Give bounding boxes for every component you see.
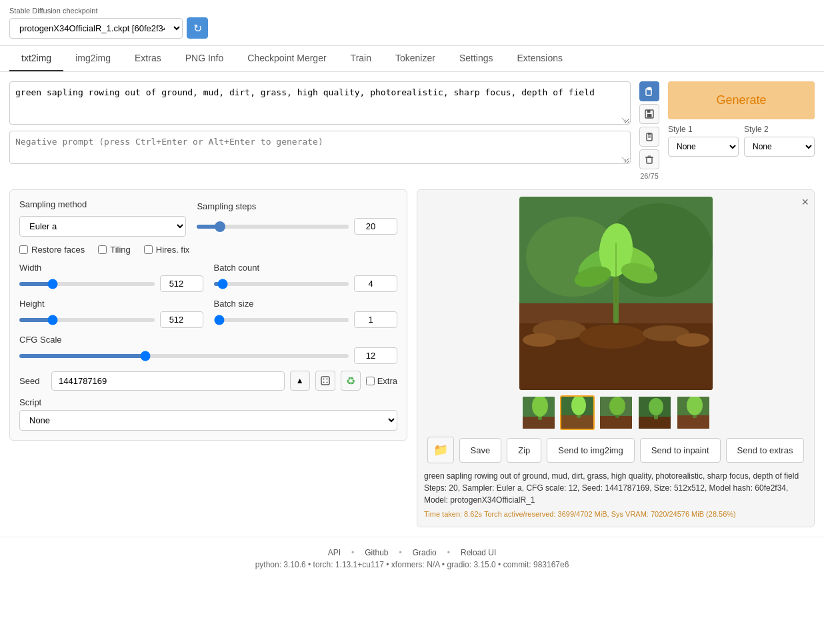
cfg-scale-group: CFG Scale <box>19 335 397 364</box>
paste-styles-button[interactable] <box>639 81 659 101</box>
tab-settings[interactable]: Settings <box>447 46 505 71</box>
script-label: Script <box>19 397 397 407</box>
cfg-scale-label: CFG Scale <box>19 335 62 345</box>
sampling-method-select[interactable]: Euler a <box>19 216 186 237</box>
svg-rect-11 <box>648 156 651 157</box>
generate-button[interactable]: Generate <box>668 81 815 119</box>
send-to-img2img-button[interactable]: Send to img2img <box>547 438 635 463</box>
batch-count-input[interactable] <box>354 275 397 292</box>
api-link[interactable]: API <box>328 548 341 557</box>
zip-button[interactable]: Zip <box>507 438 541 463</box>
tiling-label: Tiling <box>110 245 131 255</box>
reload-ui-link[interactable]: Reload UI <box>461 548 496 557</box>
batch-size-slider[interactable] <box>214 318 349 322</box>
seed-up-button[interactable]: ▲ <box>290 371 310 391</box>
token-counter: 26/75 <box>640 172 659 180</box>
batch-count-slider[interactable] <box>214 282 349 286</box>
cfg-scale-slider[interactable] <box>19 354 349 358</box>
thumbnail-2[interactable] <box>560 395 595 430</box>
seed-input[interactable]: 1441787169 <box>51 371 285 391</box>
gradio-link[interactable]: Gradio <box>413 548 437 557</box>
tiling-checkbox-label[interactable]: Tiling <box>98 245 131 255</box>
thumbnail-4[interactable] <box>637 395 672 430</box>
height-input[interactable] <box>160 311 203 328</box>
height-slider[interactable] <box>19 318 155 322</box>
action-buttons-row: 📁 Save Zip Send to img2img Send to inpai… <box>424 437 807 463</box>
refresh-checkpoint-button[interactable]: ↻ <box>187 17 208 39</box>
sampling-method-label: Sampling method <box>19 199 186 209</box>
tab-img2img[interactable]: img2img <box>63 46 123 71</box>
thumbnail-5[interactable] <box>676 395 711 430</box>
tab-train[interactable]: Train <box>339 46 383 71</box>
width-input[interactable] <box>160 275 203 292</box>
batch-count-group: Batch count <box>214 263 398 292</box>
negative-prompt-input[interactable] <box>9 131 631 164</box>
thumbnail-1[interactable] <box>521 395 556 430</box>
height-group: Height <box>19 299 203 328</box>
output-prompt-text: green sapling rowing out of ground, mud,… <box>424 470 807 482</box>
output-steps-text: Steps: 20, Sampler: Euler a, CFG scale: … <box>424 482 807 506</box>
thumbnail-3[interactable] <box>599 395 633 430</box>
folder-icon: 📁 <box>433 443 448 457</box>
two-col-layout: Sampling method Euler a Sampling steps <box>9 189 815 527</box>
hires-fix-label: Hires. fix <box>156 245 190 255</box>
footer-sep1: • <box>351 548 354 557</box>
cfg-scale-input[interactable] <box>354 347 397 364</box>
positive-prompt-input[interactable]: green sapling rowing out of ground, mud,… <box>9 81 631 125</box>
restore-faces-checkbox[interactable] <box>19 245 28 254</box>
seed-dice-button[interactable] <box>315 371 335 391</box>
plant-svg <box>519 197 713 390</box>
script-select[interactable]: None <box>19 410 397 431</box>
image-output-panel: × <box>417 189 815 527</box>
prompt-action-icons: 26/75 <box>637 81 661 180</box>
footer-sep3: • <box>447 548 450 557</box>
checkpoint-select[interactable]: protogenX34OfficialR_1.ckpt [60fe2f34] <box>9 18 183 39</box>
svg-point-23 <box>523 333 556 347</box>
paste-icon <box>645 87 654 96</box>
tiling-checkbox[interactable] <box>98 245 107 254</box>
prompt-inputs: green sapling rowing out of ground, mud,… <box>9 81 631 180</box>
height-batchsize-row: Height Batch size <box>19 299 397 328</box>
tab-checkpoint-merger[interactable]: Checkpoint Merger <box>235 46 338 71</box>
generate-section: Generate Style 1 None Style 2 None <box>668 81 815 180</box>
send-to-extras-button[interactable]: Send to extras <box>726 438 805 463</box>
checkboxes-row: Restore faces Tiling Hires. fix <box>19 245 397 255</box>
sampling-steps-slider[interactable] <box>197 225 349 229</box>
main-content: green sapling rowing out of ground, mud,… <box>0 72 824 537</box>
seed-recycle-button[interactable]: ♻ <box>341 371 361 391</box>
extra-checkbox[interactable] <box>366 377 375 385</box>
header: Stable Diffusion checkpoint protogenX34O… <box>0 0 824 46</box>
sampling-steps-input[interactable] <box>354 218 397 235</box>
tab-extensions[interactable]: Extensions <box>505 46 575 71</box>
close-image-button[interactable]: × <box>801 195 809 209</box>
github-link[interactable]: Github <box>365 548 388 557</box>
thumb4-svg <box>639 397 672 430</box>
restore-faces-checkbox-label[interactable]: Restore faces <box>19 245 85 255</box>
tab-png-info[interactable]: PNG Info <box>173 46 236 71</box>
hires-fix-checkbox[interactable] <box>144 245 153 254</box>
save-styles-button[interactable] <box>639 104 659 124</box>
svg-rect-9 <box>647 157 652 163</box>
svg-rect-43 <box>600 416 633 430</box>
seed-row: Seed 1441787169 ▲ ♻ <box>19 371 397 391</box>
open-folder-button[interactable]: 📁 <box>427 437 454 463</box>
save-button[interactable]: Save <box>459 438 502 463</box>
style-row: Style 1 None Style 2 None <box>668 125 815 157</box>
style2-select[interactable]: None <box>744 137 815 157</box>
width-slider[interactable] <box>19 282 155 286</box>
style1-label: Style 1 <box>668 125 739 134</box>
hires-fix-checkbox-label[interactable]: Hires. fix <box>144 245 190 255</box>
thumb3-svg <box>600 397 633 430</box>
seed-label: Seed <box>19 376 46 386</box>
style1-select[interactable]: None <box>668 137 739 157</box>
script-row: Script None <box>19 397 397 431</box>
extra-checkbox-label[interactable]: Extra <box>366 376 397 386</box>
tab-extras[interactable]: Extras <box>123 46 173 71</box>
tab-tokenizer[interactable]: Tokenizer <box>383 46 447 71</box>
send-to-inpaint-button[interactable]: Send to inpaint <box>640 438 721 463</box>
batch-size-input[interactable] <box>354 311 397 328</box>
trash-button[interactable] <box>639 149 659 169</box>
clipboard-button[interactable] <box>639 127 659 147</box>
tab-txt2img[interactable]: txt2img <box>9 46 63 71</box>
svg-point-24 <box>676 333 709 347</box>
